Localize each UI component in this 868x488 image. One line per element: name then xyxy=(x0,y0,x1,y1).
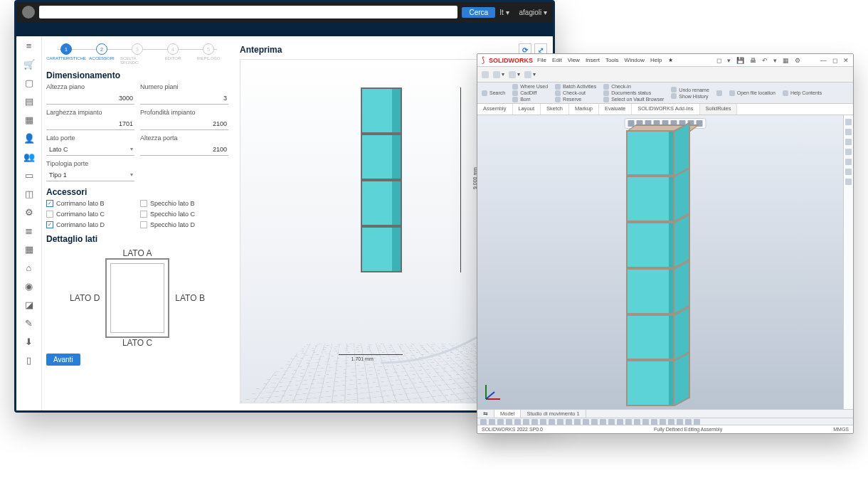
user-icon[interactable]: 👤 xyxy=(23,133,35,144)
chart-icon[interactable]: ◪ xyxy=(23,299,35,311)
menu-window[interactable]: Window xyxy=(625,57,645,63)
tab-sketch[interactable]: Sketch xyxy=(541,104,569,115)
sw-menubar: File Edit View Insert Tools Window Help … xyxy=(537,57,673,63)
tp-6-icon[interactable] xyxy=(845,169,852,175)
save-icon[interactable]: 💾 xyxy=(736,57,744,64)
triad-icon xyxy=(483,382,503,403)
rebuild-icon[interactable]: ▦ xyxy=(783,57,789,64)
numero-piani-input[interactable]: 3 xyxy=(140,92,228,105)
rb-select-vault[interactable]: Select on Vault Browser xyxy=(603,97,664,102)
search-button[interactable]: Cerca xyxy=(462,7,495,18)
tp-2-icon[interactable] xyxy=(845,129,852,135)
minimize-icon[interactable]: — xyxy=(820,57,827,64)
rb-doc-status[interactable]: Show History xyxy=(671,93,709,99)
plan-icon xyxy=(105,258,169,338)
tp-1-icon[interactable] xyxy=(845,119,852,125)
qb-home-icon[interactable] xyxy=(482,71,489,78)
menu-file[interactable]: File xyxy=(537,57,546,63)
file-icon[interactable]: ▯ xyxy=(23,355,35,366)
step-2[interactable]: 2 ACCESSORI xyxy=(85,43,119,60)
tp-4-icon[interactable] xyxy=(845,149,852,155)
tool-icon[interactable]: ✎ xyxy=(23,318,35,329)
new-icon[interactable]: ◻ xyxy=(716,57,721,64)
tp-7-icon[interactable] xyxy=(845,179,852,185)
qb-open-icon[interactable]: ▾ xyxy=(493,71,504,78)
rb-help[interactable]: Help Contents xyxy=(783,90,822,96)
altezza-porta-input[interactable]: 2100 xyxy=(140,143,228,156)
cogs-icon[interactable]: ⚙ xyxy=(23,207,35,218)
rb-where-used[interactable]: Where Used xyxy=(512,84,548,90)
tab-assembly[interactable]: Assembly xyxy=(477,104,513,115)
sw-command-tabs: Assembly Layout Sketch Markup Evaluate S… xyxy=(477,104,853,115)
close-icon[interactable]: ✕ xyxy=(843,57,849,64)
menu-edit[interactable]: Edit xyxy=(552,57,562,63)
redo-icon[interactable]: ▾ xyxy=(773,57,777,64)
rb-reserve[interactable]: Reserve xyxy=(555,97,596,102)
check-corrimano-c[interactable]: ✓Corrimano lato C xyxy=(46,211,134,218)
tab-addins[interactable]: SOLIDWORKS Add-Ins xyxy=(632,104,699,115)
tipologia-select[interactable]: Tipo 1 xyxy=(46,169,134,181)
menu-insert[interactable]: Insert xyxy=(586,57,600,63)
numero-piani-label: Numero piani xyxy=(140,83,228,90)
tp-5-icon[interactable] xyxy=(845,159,852,165)
maximize-icon[interactable]: ◻ xyxy=(832,57,837,64)
step-5[interactable]: 5 RIEPILOGO xyxy=(191,43,226,60)
check-specchio-c[interactable]: ✓Specchio lato C xyxy=(140,211,228,218)
users-icon[interactable]: 👥 xyxy=(23,152,35,163)
check-corrimano-b[interactable]: ✓Corrimano lato B xyxy=(46,200,134,207)
download-icon[interactable]: ⬇ xyxy=(23,336,35,348)
group-icon[interactable]: ⌂ xyxy=(23,262,35,274)
rb-batch[interactable]: Batch Activities xyxy=(555,84,596,90)
undo-icon[interactable]: ↶ xyxy=(762,57,768,64)
menu-view[interactable]: View xyxy=(568,57,580,63)
options-icon[interactable]: ⚙ xyxy=(795,57,800,64)
larghezza-input[interactable]: 1701 xyxy=(46,117,134,130)
menu-icon[interactable]: ≡ xyxy=(23,41,35,52)
clipboard-icon[interactable]: ▤ xyxy=(23,96,35,107)
step-4[interactable]: 4 EDITOR xyxy=(156,43,190,60)
step-3[interactable]: 3 SCELTA SFONDO xyxy=(120,43,154,65)
rb-open-loc[interactable]: Open file location xyxy=(729,90,776,96)
check-specchio-d[interactable]: ✓Specchio lato D xyxy=(140,221,228,228)
cart-icon[interactable]: 🛒 xyxy=(23,59,35,70)
check-corrimano-d[interactable]: ✓Corrimano lato D xyxy=(46,221,134,228)
profondita-input[interactable]: 2100 xyxy=(140,117,228,130)
status-units[interactable]: MMGS xyxy=(833,427,849,432)
search-input[interactable] xyxy=(39,6,457,18)
check-specchio-b[interactable]: ✓Specchio lato B xyxy=(140,200,228,207)
open-icon[interactable]: ▾ xyxy=(727,57,731,64)
sw-viewport[interactable] xyxy=(477,115,853,409)
altezza-piano-input[interactable]: 3000 xyxy=(46,92,134,105)
step-1[interactable]: 1 CARATTERISTICHE xyxy=(49,43,83,60)
rb-bom[interactable]: Bom xyxy=(512,97,548,102)
tab-markup[interactable]: Markup xyxy=(569,104,599,115)
rb-search[interactable]: Search xyxy=(482,90,505,96)
menu-tools[interactable]: Tools xyxy=(605,57,619,63)
menu-pin-icon[interactable]: ★ xyxy=(668,57,673,63)
tab-solidrules[interactable]: SolidRules xyxy=(700,104,738,115)
tp-3-icon[interactable] xyxy=(845,139,852,145)
rb-undo-rename[interactable]: Undo rename xyxy=(671,87,709,92)
box-icon[interactable]: ▢ xyxy=(23,78,35,89)
next-button[interactable]: Avanti xyxy=(46,354,80,366)
qb-print-icon[interactable]: ▾ xyxy=(524,71,536,78)
rb-caddiff[interactable]: Check-out xyxy=(555,90,596,96)
tab-evaluate[interactable]: Evaluate xyxy=(599,104,632,115)
tab-layout[interactable]: Layout xyxy=(513,104,541,115)
print-icon[interactable]: 🖶 xyxy=(750,57,756,64)
qb-save-icon[interactable]: ▾ xyxy=(509,71,520,78)
rb-checkout[interactable]: Documents status xyxy=(603,90,664,96)
rb-checkin[interactable]: Check-in xyxy=(603,84,664,90)
rb-composed[interactable]: CadDiff xyxy=(512,90,548,96)
rb-show-history[interactable] xyxy=(716,90,722,96)
user-menu[interactable]: afagioli ▾ xyxy=(519,9,547,16)
menu-help[interactable]: Help xyxy=(650,57,662,63)
lato-porte-select[interactable]: Lato C xyxy=(46,143,134,156)
ruler-icon[interactable]: ▭ xyxy=(23,170,35,181)
calendar-icon[interactable]: ▦ xyxy=(23,244,35,255)
language-dropdown[interactable]: It ▾ xyxy=(499,9,509,16)
building-icon[interactable]: ▦ xyxy=(23,115,35,126)
org-icon[interactable]: ◫ xyxy=(23,189,35,200)
settings-icon[interactable]: ◉ xyxy=(23,281,35,292)
list-icon[interactable]: ≣ xyxy=(23,226,35,237)
